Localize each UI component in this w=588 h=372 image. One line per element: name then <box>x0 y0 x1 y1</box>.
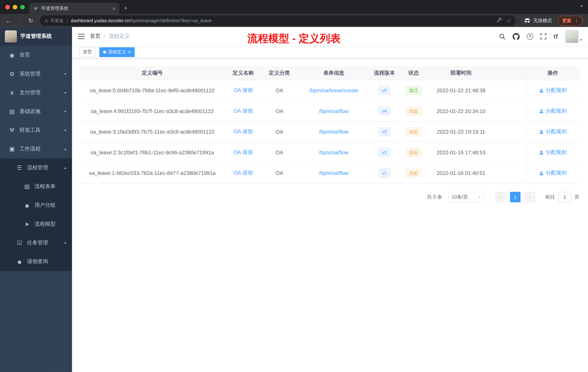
hamburger-icon[interactable] <box>78 34 85 39</box>
assign-rule-button[interactable]: 分配规则 <box>539 87 567 94</box>
definition-id: oa_leave:3:1fad3d93-7b75-11ec-a3c8-acde4… <box>79 121 225 142</box>
url-text[interactable]: dashboard.yudao.iocoder.cn/bpm/manager/d… <box>71 18 496 23</box>
new-tab-button[interactable]: + <box>124 5 127 12</box>
col-definition-id: 定义编号 <box>79 66 225 80</box>
assign-rule-button[interactable]: 分配规则 <box>539 170 567 176</box>
incognito-indicator: 无痕模式 <box>524 17 552 24</box>
browser-menu-icon[interactable]: ⋮ <box>574 18 579 23</box>
window-controls <box>5 5 25 10</box>
prev-page-button[interactable]: ‹ <box>495 192 506 202</box>
definition-category: OA <box>262 80 297 100</box>
definition-id: oa_leave:2:3c1f0ef1-76b1-11ec-9c66-a2380… <box>79 142 225 163</box>
browser-update-button[interactable]: 更新 ⋮ <box>558 16 583 26</box>
form-link[interactable]: /bpm/oa/leave/create <box>309 88 358 94</box>
tag-process-definition[interactable]: 流程定义 × <box>99 47 135 57</box>
user-icon <box>539 150 544 155</box>
list-icon: ☰ <box>15 164 24 171</box>
user-avatar[interactable] <box>565 30 579 43</box>
page-size-select[interactable]: 10条/页 ▾ <box>448 192 484 202</box>
sidebar-item-task-management[interactable]: ☑ 任务管理 ▾ <box>0 233 72 252</box>
forward-icon[interactable]: → <box>15 17 24 24</box>
definition-name-link[interactable]: OA 请假 <box>234 149 253 156</box>
sidebar-item-devtools[interactable]: ⚒ 研发工具 ▾ <box>0 121 72 140</box>
window-minimize-button[interactable] <box>13 5 17 10</box>
browser-tab[interactable]: 芋道管理系统 × <box>29 2 119 14</box>
version-badge: v2 <box>378 148 390 157</box>
sidebar-item-process-model[interactable]: ➤ 流程模型 <box>0 215 72 233</box>
chevron-down-icon: ▾ <box>64 128 66 132</box>
pagination-total: 共 5 条 <box>427 194 442 200</box>
col-form-info: 表单信息 <box>297 66 370 80</box>
definition-id: oa_leave:5:004b710b-7b8a-11ec-8ef0-acde4… <box>79 80 225 100</box>
form-link[interactable]: /bpm/oa/flow <box>319 129 349 135</box>
page-content: 定义编号 定义名称 定义分类 表单信息 流程版本 状态 部署时间 操作 oa_l… <box>72 59 588 210</box>
chevron-down-icon: ▾ <box>479 195 480 199</box>
users-icon: ☻ <box>22 202 32 208</box>
form-link[interactable]: /bpm/oa/flow <box>319 108 349 114</box>
chevron-down-icon: ▾ <box>64 91 66 95</box>
sidebar-item-label: 请假查询 <box>27 258 48 265</box>
definition-name-link[interactable]: OA 请假 <box>234 170 253 176</box>
search-icon[interactable] <box>499 33 506 40</box>
window-zoom-button[interactable] <box>20 5 25 10</box>
fullscreen-icon[interactable] <box>541 33 546 40</box>
browser-tab-strip: 芋道管理系统 × + ▾ <box>0 0 588 14</box>
sidebar-item-payment[interactable]: ¥ 支付管理 ▾ <box>0 83 72 102</box>
address-bar[interactable]: ⚠ 不安全 dashboard.yudao.iocoder.cn/bpm/man… <box>40 15 516 26</box>
tag-home[interactable]: 首页 <box>79 47 96 57</box>
current-page-button[interactable]: 1 <box>510 192 521 202</box>
assign-rule-button[interactable]: 分配规则 <box>539 108 567 114</box>
definition-category: OA <box>262 142 297 163</box>
form-link[interactable]: /bpm/oa/flow <box>319 170 349 176</box>
definition-name-link[interactable]: OA 请假 <box>234 87 253 94</box>
status-badge: 挂起 <box>405 107 422 116</box>
chevron-down-icon: ▾ <box>64 241 66 245</box>
security-label[interactable]: 不安全 <box>50 17 64 24</box>
sidebar-item-infrastructure[interactable]: ▤ 基础设施 ▾ <box>0 102 72 121</box>
tab-close-icon[interactable]: × <box>112 6 116 11</box>
security-warning-icon: ⚠ <box>44 18 48 23</box>
status-badge: 挂起 <box>405 127 422 136</box>
help-icon[interactable]: ? <box>527 33 533 40</box>
sidebar-item-process-management[interactable]: ☰ 流程管理 ▴ <box>0 158 72 177</box>
back-icon[interactable]: ← <box>4 17 13 24</box>
tag-label: 流程定义 <box>108 49 126 55</box>
deploy-time: 2022-01-22 19:19:11 <box>429 121 494 142</box>
breadcrumb-home[interactable]: 首页 <box>90 33 101 40</box>
yen-icon: ¥ <box>8 89 17 96</box>
chevron-down-icon: ▾ <box>64 72 66 76</box>
sidebar-item-user-group[interactable]: ☻ 用户分组 <box>0 196 72 215</box>
fontsize-icon[interactable]: tT <box>554 33 558 40</box>
github-icon[interactable] <box>513 33 520 40</box>
sidebar-item-workflow[interactable]: ▣ 工作流程 ▴ <box>0 140 72 158</box>
sidebar-item-home[interactable]: ◉ 首页 <box>0 46 72 65</box>
avatar-caret-icon[interactable]: ▾ <box>580 38 582 43</box>
status-badge: 挂起 <box>405 148 422 157</box>
goto-page-input[interactable] <box>558 192 571 202</box>
password-key-icon[interactable] <box>496 17 502 24</box>
sidebar-item-system[interactable]: ⚙ 系统管理 ▾ <box>0 65 72 83</box>
deploy-time: 2022-01-16 17:46:53 <box>429 142 494 163</box>
col-status: 状态 <box>399 66 429 80</box>
bookmark-star-icon[interactable]: ☆ <box>506 18 511 24</box>
chevron-up-icon: ▴ <box>64 166 66 170</box>
user-icon <box>539 88 544 93</box>
definition-name-link[interactable]: OA 请假 <box>234 128 253 135</box>
sidebar-item-process-form[interactable]: ▤ 流程表单 <box>0 177 72 196</box>
tab-search-chevron-icon[interactable]: ▾ <box>581 4 583 9</box>
sidebar-item-leave-query[interactable]: ☻ 请假查询 <box>0 252 72 271</box>
assign-rule-button[interactable]: 分配规则 <box>539 149 567 156</box>
assign-rule-button[interactable]: 分配规则 <box>539 128 567 135</box>
window-close-button[interactable] <box>5 5 10 10</box>
tag-close-icon[interactable]: × <box>128 50 131 55</box>
definition-category: OA <box>262 163 297 183</box>
table-row: oa_leave:5:004b710b-7b8a-11ec-8ef0-acde4… <box>79 80 579 101</box>
chevron-up-icon: ▴ <box>64 147 66 151</box>
definition-name-link[interactable]: OA 请假 <box>234 108 253 114</box>
reload-icon[interactable]: ↻ <box>26 17 35 24</box>
incognito-icon <box>524 18 531 23</box>
favicon <box>33 5 38 12</box>
next-page-button[interactable]: › <box>524 192 536 202</box>
table-row: oa_leave:1:482ec033-762a-11ec-8477-a2380… <box>79 163 579 184</box>
form-link[interactable]: /bpm/oa/flow <box>319 149 349 155</box>
